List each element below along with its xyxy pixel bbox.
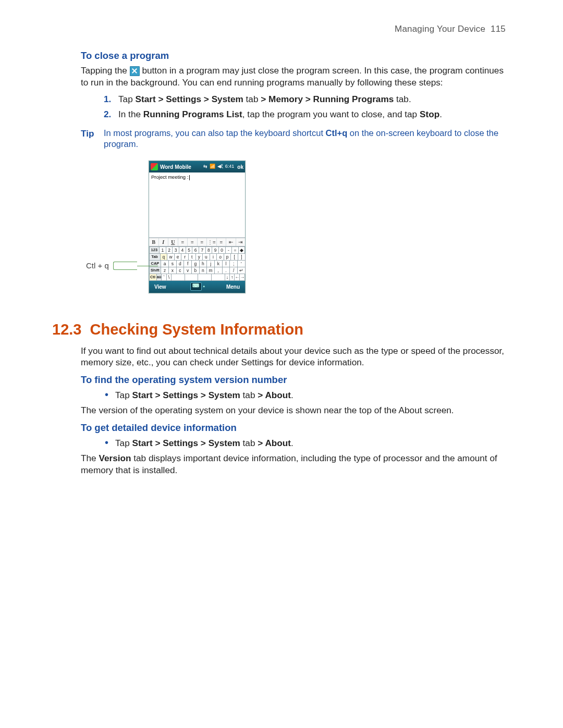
key-space[interactable] bbox=[171, 274, 185, 281]
keyboard-toggle-icon[interactable] bbox=[190, 282, 202, 291]
align-right-button[interactable]: ≡ bbox=[198, 238, 207, 246]
key-;[interactable]: ; bbox=[229, 260, 238, 267]
key-8[interactable]: 8 bbox=[205, 246, 213, 254]
key-g[interactable]: g bbox=[191, 260, 200, 267]
bulleted-list-button[interactable]: ⋮≡ bbox=[207, 238, 217, 246]
key-n[interactable]: n bbox=[199, 267, 207, 274]
align-left-button[interactable]: ≡ bbox=[178, 238, 188, 246]
key-[[interactable]: [ bbox=[230, 253, 238, 261]
key-123[interactable]: 123 bbox=[149, 246, 160, 254]
heading-device-info: To get detailed device information bbox=[81, 422, 506, 434]
header-section: Managing Your Device bbox=[395, 24, 485, 34]
key-j[interactable]: j bbox=[206, 260, 215, 267]
italic-button[interactable]: I bbox=[159, 238, 169, 246]
key-u[interactable]: u bbox=[202, 253, 210, 261]
key-x[interactable]: x bbox=[168, 267, 177, 274]
key-row-5: Ctláü`\↓↑←→ bbox=[149, 274, 245, 280]
device-titlebar: Word Mobile ⇆ 📶 ◀ξ 6:41 ok bbox=[149, 161, 245, 172]
key-Ctl[interactable]: Ctl bbox=[149, 274, 157, 281]
start-flag-icon bbox=[151, 163, 158, 170]
document-area[interactable]: Project meeting : bbox=[149, 172, 245, 238]
bold-button[interactable]: B bbox=[149, 238, 159, 246]
key--[interactable]: - bbox=[225, 246, 232, 254]
key-,[interactable]: , bbox=[214, 267, 223, 274]
bullet-os-version: Tap Start > Settings > System tab > Abou… bbox=[104, 389, 506, 401]
key-3[interactable]: 3 bbox=[172, 246, 179, 254]
device-menubar: View Menu bbox=[149, 280, 245, 293]
key-][interactable]: ] bbox=[238, 253, 246, 261]
close-program-paragraph: Tapping the button in a program may just… bbox=[81, 65, 506, 88]
step-1: 1. Tap Start > Settings > System tab > M… bbox=[104, 93, 506, 105]
key-e[interactable]: e bbox=[174, 253, 182, 261]
key-i[interactable]: i bbox=[210, 253, 217, 261]
key-◆[interactable]: ◆ bbox=[238, 246, 246, 254]
key-/[interactable]: / bbox=[229, 267, 238, 274]
key-2[interactable]: 2 bbox=[166, 246, 173, 254]
key-row-1: 1231234567890-=◆ bbox=[149, 246, 245, 253]
key-0[interactable]: 0 bbox=[218, 246, 226, 254]
header-page-no: 115 bbox=[491, 24, 506, 34]
key-7[interactable]: 7 bbox=[199, 246, 206, 254]
numbered-list-button[interactable]: ≡ bbox=[217, 238, 227, 246]
key-r[interactable]: r bbox=[181, 253, 189, 261]
step-2: 2. In the Running Programs List, tap the… bbox=[104, 108, 506, 120]
clock: 6:41 bbox=[225, 164, 235, 170]
key-o[interactable]: o bbox=[216, 253, 224, 261]
key-6[interactable]: 6 bbox=[192, 246, 199, 254]
app-title: Word Mobile bbox=[160, 164, 191, 170]
key-m[interactable]: m bbox=[206, 267, 215, 274]
key-f[interactable]: f bbox=[183, 260, 192, 267]
key-a[interactable]: a bbox=[161, 260, 169, 267]
view-menu[interactable]: View bbox=[154, 283, 166, 290]
os-version-para: The version of the operating system on y… bbox=[81, 404, 506, 416]
key-space[interactable] bbox=[198, 274, 212, 281]
key-Tab[interactable]: Tab bbox=[149, 253, 161, 261]
page-header: Managing Your Device 115 bbox=[52, 23, 506, 35]
key-l[interactable]: l bbox=[222, 260, 230, 267]
outdent-button[interactable]: ⇤ bbox=[226, 238, 236, 246]
key-t[interactable]: t bbox=[188, 253, 196, 261]
key-row-4: Shiftzxcvbnm,./↵ bbox=[149, 267, 245, 274]
key-space[interactable] bbox=[211, 274, 225, 281]
key-v[interactable]: v bbox=[183, 267, 192, 274]
heading-close-program: To close a program bbox=[81, 50, 506, 62]
key-b[interactable]: b bbox=[191, 267, 200, 274]
key-1[interactable]: 1 bbox=[159, 246, 166, 254]
key-4[interactable]: 4 bbox=[179, 246, 186, 254]
ok-button[interactable]: ok bbox=[237, 164, 243, 170]
volume-icon: ◀ξ bbox=[217, 164, 223, 170]
key-↵[interactable]: ↵ bbox=[237, 267, 246, 274]
key-=[interactable]: = bbox=[231, 246, 239, 254]
align-center-button[interactable]: ≡ bbox=[188, 238, 198, 246]
menu-menu[interactable]: Menu bbox=[226, 283, 240, 290]
sync-icon: ⇆ bbox=[203, 164, 207, 170]
key-c[interactable]: c bbox=[176, 267, 185, 274]
key-.[interactable]: . bbox=[222, 267, 230, 274]
underline-button[interactable]: U bbox=[168, 238, 178, 246]
key-→[interactable]: → bbox=[239, 274, 245, 281]
key-z[interactable]: z bbox=[161, 267, 169, 274]
device-figure: Ctl + q Word Mobile ⇆ 📶 ◀ξ 6:41 ok Proje… bbox=[149, 161, 284, 293]
text-cursor bbox=[189, 175, 190, 180]
callout-ctl-q: Ctl + q bbox=[86, 261, 158, 271]
key-space[interactable] bbox=[185, 274, 199, 281]
key-k[interactable]: k bbox=[214, 260, 223, 267]
indent-button[interactable]: ⇥ bbox=[236, 238, 246, 246]
key-row-3: CAPasdfghjkl;' bbox=[149, 260, 245, 267]
bullet-device-info: Tap Start > Settings > System tab > Abou… bbox=[104, 437, 506, 449]
heading-os-version: To find the operating system version num… bbox=[81, 374, 506, 386]
key-s[interactable]: s bbox=[168, 260, 177, 267]
heading-12-3: 12.3 Checking System Information bbox=[52, 319, 506, 339]
section-intro: If you want to find out about technical … bbox=[81, 345, 506, 368]
key-h[interactable]: h bbox=[199, 260, 207, 267]
key-'[interactable]: ' bbox=[237, 260, 246, 267]
key-w[interactable]: w bbox=[167, 253, 175, 261]
key-row-2: Tabqwertyuiop[] bbox=[149, 253, 245, 260]
key-y[interactable]: y bbox=[195, 253, 203, 261]
tip: Tip In most programs, you can also tap t… bbox=[81, 128, 506, 151]
key-9[interactable]: 9 bbox=[212, 246, 219, 254]
key-p[interactable]: p bbox=[224, 253, 231, 261]
key-q[interactable]: q bbox=[160, 253, 168, 261]
key-d[interactable]: d bbox=[176, 260, 185, 267]
key-5[interactable]: 5 bbox=[186, 246, 193, 254]
